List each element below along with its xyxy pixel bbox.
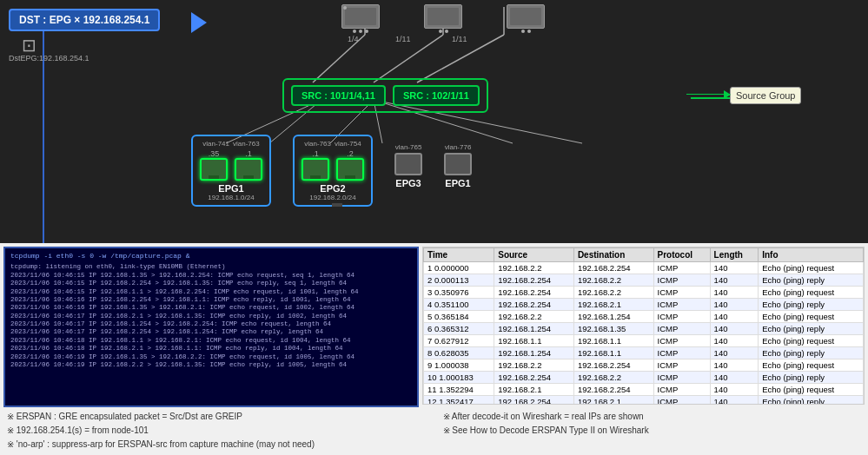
notes-left: ※ ERSPAN : GRE encapsulated packet = Src…: [7, 410, 426, 452]
vlan-763-label: vlan-763: [233, 140, 260, 148]
cell-time: 12 1.352417: [424, 396, 494, 406]
packet-row-2: 2 0.000113192.168.2.254192.168.2.2ICMP14…: [424, 274, 864, 287]
cell-len: 140: [710, 335, 759, 347]
epg3-label: EPG3: [395, 178, 421, 188]
src-box-2: SRC : 102/1/11: [393, 85, 480, 106]
cell-src: 192.168.1.254: [494, 347, 574, 359]
cell-len: 140: [710, 262, 759, 274]
col-time: Time: [424, 248, 494, 262]
cell-len: 140: [710, 359, 759, 372]
cell-len: 140: [710, 274, 759, 287]
cell-proto: ICMP: [653, 359, 710, 372]
packet-row-5: 5 0.365184192.168.2.2192.168.1.254ICMP14…: [424, 311, 864, 323]
cell-time: 10 1.000183: [424, 372, 494, 384]
vlan-763b-label: vlan-763: [304, 140, 331, 148]
cell-dst: 192.168.2.2: [573, 274, 653, 287]
packet-row-11: 11 1.352294192.168.2.1192.168.2.254ICMP1…: [424, 384, 864, 396]
cell-dst: 192.168.1.1: [573, 347, 653, 359]
terminal-output: tcpdump: listening on eth0, link-type EN…: [10, 263, 412, 369]
cell-dst: 192.168.2.254: [573, 384, 653, 396]
epg-row: vlan-741 vlan-763 .35 .1: [191, 135, 472, 207]
bottom-content: tcpdump -i eth0 -s 0 -w /tmp/capture.pca…: [0, 243, 868, 408]
note-erspan: ※ ERSPAN : GRE encapsulated packet = Src…: [7, 410, 426, 424]
cell-proto: ICMP: [653, 347, 710, 359]
cell-src: 192.168.2.1: [494, 384, 574, 396]
epg1b-group: vlan-776 EPG1: [444, 143, 472, 188]
src-box-1: SRC : 101/1/4,11: [291, 85, 386, 106]
cell-time: 7 0.627912: [424, 335, 494, 347]
packet-row-7: 7 0.627912192.168.1.1192.168.1.1ICMP140E…: [424, 335, 864, 347]
cell-time: 6 0.365312: [424, 323, 494, 335]
cell-info: Echo (ping) request: [759, 359, 864, 372]
epg2-node-2: .2: [336, 149, 364, 181]
packet-row-12: 12 1.352417192.168.2.254192.168.2.1ICMP1…: [424, 396, 864, 406]
cell-proto: ICMP: [653, 287, 710, 299]
cell-info: Echo (ping) request: [759, 335, 864, 347]
cell-info: Echo (ping) reply: [759, 396, 864, 406]
cell-proto: ICMP: [653, 311, 710, 323]
cell-len: 140: [710, 396, 759, 406]
bottom-section: tcpdump -i eth0 -s 0 -w /tmp/capture.pca…: [0, 243, 868, 455]
cell-len: 140: [710, 372, 759, 384]
col-info: Info: [759, 248, 864, 262]
cell-dst: 192.168.2.254: [573, 359, 653, 372]
cell-dst: 192.168.2.1: [573, 396, 653, 406]
cell-dst: 192.168.2.1: [573, 299, 653, 311]
cell-len: 140: [710, 311, 759, 323]
cell-dst: 192.168.2.254: [573, 262, 653, 274]
packet-row-10: 10 1.000183192.168.2.254192.168.2.2ICMP1…: [424, 372, 864, 384]
cell-proto: ICMP: [653, 323, 710, 335]
cell-dst: 192.168.2.2: [573, 287, 653, 299]
cell-src: 192.168.2.2: [494, 359, 574, 372]
epg3-group: vlan-765 EPG3: [394, 143, 422, 188]
cell-src: 192.168.2.2: [494, 262, 574, 274]
cell-len: 140: [710, 384, 759, 396]
cell-src: 192.168.2.254: [494, 372, 574, 384]
cell-len: 140: [710, 323, 759, 335]
cell-info: Echo (ping) reply: [759, 347, 864, 359]
cell-proto: ICMP: [653, 262, 710, 274]
cell-dst: 192.168.2.2: [573, 372, 653, 384]
cell-dst: 192.168.1.1: [573, 335, 653, 347]
connector-overlay: [0, 0, 868, 243]
cell-dst: 192.168.1.254: [573, 311, 653, 323]
packet-row-8: 8 0.628035192.168.1.254192.168.1.1ICMP14…: [424, 347, 864, 359]
packet-row-4: 4 0.351100192.168.2.254192.168.2.1ICMP14…: [424, 299, 864, 311]
cell-src: 192.168.2.254: [494, 274, 574, 287]
cell-info: Echo (ping) request: [759, 384, 864, 396]
src-group-container: SRC : 101/1/4,11 SRC : 102/1/11: [282, 78, 488, 113]
note-noarp: ※ 'no-arp' : suppress-arp for ERSPAN-src…: [7, 438, 426, 452]
terminal-box: tcpdump -i eth0 -s 0 -w /tmp/capture.pca…: [3, 247, 419, 407]
dst-epg-box: DST : EPG × 192.168.254.1: [9, 9, 160, 31]
port-label-1: 1/4: [348, 35, 359, 43]
cell-proto: ICMP: [653, 384, 710, 396]
cell-src: 192.168.2.254: [494, 299, 574, 311]
cell-proto: ICMP: [653, 372, 710, 384]
cell-time: 4 0.351100: [424, 299, 494, 311]
cell-src: 192.168.1.254: [494, 323, 574, 335]
cell-info: Echo (ping) request: [759, 262, 864, 274]
cell-proto: ICMP: [653, 299, 710, 311]
col-destination: Destination: [573, 248, 653, 262]
cell-time: 5 0.365184: [424, 311, 494, 323]
cell-src: 192.168.2.254: [494, 396, 574, 406]
note-ip: ※ 192.168.254.1(s) = from node-101: [7, 424, 426, 438]
cell-time: 11 1.352294: [424, 384, 494, 396]
dst-arrow: [191, 12, 207, 33]
switch-icon-1: [339, 4, 382, 35]
packet-row-1: 1 0.000000192.168.2.2192.168.2.254ICMP14…: [424, 262, 864, 274]
cell-proto: ICMP: [653, 274, 710, 287]
cell-dst: 192.168.1.35: [573, 323, 653, 335]
source-group-label: Source Group: [730, 87, 801, 104]
cell-info: Echo (ping) reply: [759, 299, 864, 311]
cell-src: 192.168.1.1: [494, 335, 574, 347]
col-source: Source: [494, 248, 574, 262]
switch-icon-3: [504, 4, 547, 35]
col-protocol: Protocol: [653, 248, 710, 262]
epg1-label: EPG1: [218, 183, 243, 194]
main-container: DST : EPG × 192.168.254.1 ⊡ DstEPG:192.1…: [0, 0, 868, 455]
port-label-3: 1/11: [452, 35, 467, 43]
epg2-group: vlan-763 vlan-754 .1 .2: [293, 135, 373, 207]
switch-icon-2: [421, 4, 465, 35]
cell-info: Echo (ping) reply: [759, 372, 864, 384]
